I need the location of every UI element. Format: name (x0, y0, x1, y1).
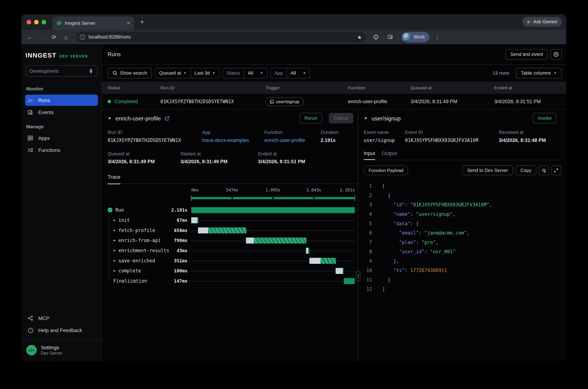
expand-step-chevron-icon[interactable]: ▶ (114, 228, 116, 232)
sidebar-item-settings[interactable]: </> Settings Dev Server (22, 340, 102, 361)
trace-row-run[interactable]: ✓Run2.191s (108, 205, 358, 215)
site-info-icon[interactable]: i (80, 34, 85, 40)
row-queued-at: 3/4/2026, 8:31:49 PM (411, 99, 494, 104)
expand-step-chevron-icon[interactable]: ▶ (114, 259, 116, 262)
settings-gear-button[interactable] (551, 49, 562, 60)
run-id-label: Run ID (108, 130, 202, 135)
close-window-button[interactable] (27, 20, 31, 24)
column-header-status[interactable]: Status (108, 85, 161, 90)
search-tabs-icon[interactable] (387, 34, 394, 40)
table-row[interactable]: Completed 01KJXSYPZYB6TH2DSDSYETWN1X use… (102, 94, 566, 110)
trace-row-enrich-from-api[interactable]: ▶enrich-from-api798ms (108, 235, 358, 245)
environment-select[interactable]: Development ▲▼ (26, 65, 97, 77)
settings-title: Settings (41, 345, 62, 351)
column-header-run-id[interactable]: Run ID (161, 85, 266, 90)
app-link[interactable]: trace-docs-examples (202, 137, 264, 143)
status-filter-button[interactable]: All ▼ (244, 68, 267, 78)
app-filter-button[interactable]: All ▼ (287, 68, 310, 78)
tab-trace[interactable]: Trace (108, 174, 120, 184)
trace-row-init[interactable]: ▶init87ms (108, 215, 358, 225)
trace-row-save-enriched[interactable]: ▶save-enriched351ms (108, 256, 358, 266)
collapse-chevron-icon[interactable]: ▼ (108, 116, 112, 121)
tab-close-icon[interactable]: ✕ (126, 20, 130, 26)
forward-icon[interactable]: → (37, 34, 47, 40)
column-header-ended-at[interactable]: Ended at (494, 85, 560, 90)
browser-tab[interactable]: Inngest Server ✕ (53, 17, 134, 30)
bookmark-star-icon[interactable]: ★ (357, 34, 362, 40)
sidebar-item-mcp[interactable]: MCP (25, 313, 98, 324)
send-to-dev-server-button[interactable]: Send to Dev Server (462, 165, 513, 175)
expand-step-chevron-icon[interactable]: ▶ (114, 249, 116, 252)
home-icon[interactable]: ⌂ (61, 34, 71, 40)
cancel-button[interactable]: Cancel (329, 113, 353, 124)
word-wrap-button[interactable] (539, 165, 549, 175)
status-filter-label-cell: Status (223, 68, 244, 78)
function-payload-pill[interactable]: Function Payload (364, 165, 408, 175)
inngest-favicon-icon (56, 20, 62, 26)
inngest-logo: INNGEST (26, 52, 56, 59)
zoom-window-button[interactable] (42, 20, 46, 24)
copy-button[interactable]: Copy (516, 165, 536, 175)
pane-resize-handle[interactable] (356, 271, 360, 282)
column-header-trigger[interactable]: Trigger (265, 85, 348, 90)
send-test-event-button[interactable]: Send test event (506, 49, 548, 60)
status-filter: Status All ▼ (223, 68, 267, 78)
expand-step-chevron-icon[interactable]: ▶ (114, 269, 116, 273)
payload-code-editor[interactable]: 1[2 {3 "id": "01KJXSYPSFHBXX03GRJFV3A16M… (364, 181, 561, 294)
sidebar-item-label: Help and Feedback (38, 327, 82, 333)
axis-tick-label: 2.191s (340, 188, 355, 193)
trace-row-finalization[interactable]: Finalization147ms (108, 276, 358, 286)
column-header-function[interactable]: Function (348, 85, 411, 90)
timeline-minimap[interactable] (191, 195, 355, 201)
tab-output[interactable]: Output (382, 151, 397, 160)
trace-row-enrichment-results[interactable]: ▶enrichment-results43ms (108, 245, 358, 256)
new-tab-button[interactable]: + (140, 19, 144, 25)
expand-step-chevron-icon[interactable]: ▶ (114, 218, 116, 222)
queued-at-field-button[interactable]: Queued at ▼ (155, 68, 190, 78)
time-range-value: Last 3d (195, 70, 210, 76)
sidebar-item-runs[interactable]: Runs (25, 95, 98, 106)
time-range-button[interactable]: Last 3d ▼ (190, 68, 219, 78)
show-search-button[interactable]: Show search (108, 68, 152, 78)
table-columns-button[interactable]: Table columns ▼ (516, 68, 562, 78)
trace-row-complete[interactable]: ▶complete100ms (108, 266, 358, 276)
sidebar-item-apps[interactable]: Apps (25, 132, 98, 144)
ask-gemini-label: Ask Gemini (533, 19, 557, 24)
sidebar-item-events[interactable]: Events (25, 107, 98, 118)
collapse-chevron-icon[interactable]: ▼ (364, 116, 368, 121)
expand-step-chevron-icon[interactable]: ▶ (114, 239, 116, 242)
external-link-icon[interactable] (165, 116, 170, 121)
app-filter: App All ▼ (270, 68, 310, 78)
rerun-button[interactable]: Rerun (300, 113, 322, 124)
expand-button[interactable] (551, 165, 561, 175)
toolbar-separator (397, 34, 398, 40)
trace-row-fetch-profile[interactable]: ▶fetch-profile658ms (108, 225, 358, 235)
line-number: 12 (364, 286, 372, 292)
address-bar[interactable]: i localhost:8288/runs ★ (76, 32, 366, 42)
trace-bar-segment-solid (191, 207, 355, 213)
function-link[interactable]: enrich-user-profile (264, 137, 321, 143)
extensions-icon[interactable] (373, 34, 380, 40)
run-meta-row-1: Run ID 01KJXSYPZYB6TH2DSDSYETWN1X App tr… (108, 130, 358, 143)
sidebar-item-functions[interactable]: Functions (25, 144, 98, 156)
chevron-down-icon: ▼ (303, 71, 306, 75)
trigger-label: user/signup (276, 99, 299, 104)
minimize-window-button[interactable] (34, 20, 39, 24)
invoke-button[interactable]: Invoke (533, 113, 557, 124)
step-name: init (118, 217, 130, 223)
invoke-label: Invoke (538, 116, 552, 121)
trigger-pill[interactable]: user/signup (265, 97, 304, 106)
profile-chip[interactable]: Work (402, 32, 429, 42)
browser-menu-icon[interactable]: ⋮ (435, 34, 440, 40)
step-name: enrichment-results (118, 248, 169, 253)
line-number: 3 (364, 202, 372, 208)
column-header-queued-at[interactable]: Queued at (411, 85, 494, 90)
ask-gemini-button[interactable]: Ask Gemini (522, 17, 562, 27)
line-number: 2 (364, 193, 372, 198)
trace-bar-segment-queued (246, 237, 254, 243)
tab-input[interactable]: Input (364, 151, 375, 160)
sidebar-item-help[interactable]: ? Help and Feedback (25, 324, 98, 336)
window-controls (27, 20, 46, 24)
back-icon[interactable]: ← (25, 34, 35, 40)
reload-icon[interactable]: ⟳ (49, 34, 59, 40)
